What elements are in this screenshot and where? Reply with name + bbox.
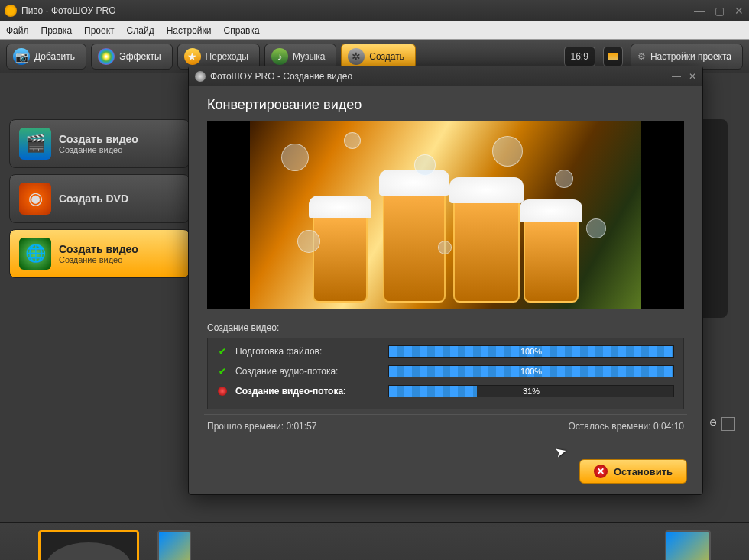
progress-files-bar: 100% bbox=[388, 345, 674, 358]
menu-help[interactable]: Справка bbox=[223, 25, 259, 36]
gear-icon: ⚙ bbox=[637, 51, 646, 62]
music-icon: ♪ bbox=[271, 48, 288, 65]
toolbar-effects-label: Эффекты bbox=[119, 51, 161, 62]
menu-edit[interactable]: Правка bbox=[41, 25, 73, 36]
menu-settings[interactable]: Настройки bbox=[167, 25, 212, 36]
toolbar-add-label: Добавить bbox=[34, 51, 75, 62]
fullscreen-icon[interactable] bbox=[721, 417, 735, 431]
aspect-ratio-selector[interactable]: 16:9 bbox=[564, 47, 595, 66]
stop-x-icon: ✕ bbox=[594, 465, 608, 478]
create-options-column: 🎬 Создать видео Создание видео ◉ Создать… bbox=[0, 73, 199, 522]
elapsed-time: Прошло времени: 0:01:57 bbox=[207, 421, 316, 432]
toolbar-transitions-label: Переходы bbox=[206, 51, 248, 62]
transition-2-preview bbox=[665, 530, 711, 560]
menu-slide[interactable]: Слайд bbox=[127, 25, 154, 36]
progress-files-pct: 100% bbox=[389, 347, 673, 356]
film-reel-icon: ✲ bbox=[348, 48, 365, 65]
remaining-time: Осталось времени: 0:04:10 bbox=[569, 421, 684, 432]
menu-file[interactable]: Файл bbox=[6, 25, 29, 36]
slide-1-preview: Ура!!! Сегодня пятница! bbox=[47, 542, 131, 560]
export-preview bbox=[207, 121, 684, 309]
progress-section-label: Создание видео: bbox=[207, 322, 684, 333]
app-icon bbox=[5, 5, 17, 17]
stop-button-label: Остановить bbox=[614, 466, 673, 477]
export-dialog: ФотоШОУ PRO - Создание видео — ✕ Конверт… bbox=[188, 66, 703, 495]
transition-tile-1[interactable]: 2 bbox=[157, 530, 191, 560]
menu-bar: Файл Правка Проект Слайд Настройки Справ… bbox=[0, 21, 749, 40]
create-video-card[interactable]: 🎬 Создать видео Создание видео bbox=[9, 119, 190, 168]
window-title: Пиво - ФотоШОУ PRO bbox=[21, 5, 116, 16]
globe-icon: 🌐 bbox=[19, 238, 51, 270]
slide-thumb-1[interactable]: Ура!!! Сегодня пятница! 1 ✎ ◀ 9.0 bbox=[38, 530, 139, 560]
main-titlebar: Пиво - ФотоШОУ PRO — ▢ ✕ bbox=[0, 0, 749, 21]
progress-row-video: Создание видео-потока: 31% bbox=[214, 383, 677, 400]
camera-icon: 📷 bbox=[13, 48, 30, 65]
stop-button[interactable]: ✕ Остановить bbox=[579, 459, 687, 484]
dvd-icon: ◉ bbox=[19, 183, 51, 215]
progress-files-label: Подготовка файлов: bbox=[235, 346, 381, 357]
transition-tile-2[interactable]: 2.0 bbox=[665, 530, 711, 560]
progress-video-bar: 31% bbox=[388, 385, 674, 397]
maximize-icon[interactable]: ▢ bbox=[714, 5, 725, 17]
slide-style-icon bbox=[608, 53, 618, 60]
timeline-strip: ‹ › Ура!!! Сегодня пятница! 1 ✎ ◀ 9.0 2 … bbox=[0, 522, 749, 560]
star-icon: ★ bbox=[184, 48, 201, 65]
checkmark-icon: ✔ bbox=[217, 366, 228, 377]
progress-video-pct: 31% bbox=[389, 387, 673, 396]
slide-style-button[interactable] bbox=[603, 47, 623, 66]
create-video-title: Создать видео bbox=[59, 133, 138, 145]
toolbar-music-label: Музыка bbox=[293, 51, 325, 62]
zoom-out-icon[interactable]: ⊖ bbox=[709, 417, 717, 431]
dialog-titlebar: ФотоШОУ PRO - Создание видео — ✕ bbox=[189, 66, 702, 86]
create-web-sub: Создание видео bbox=[59, 255, 138, 264]
dialog-minimize-icon[interactable]: — bbox=[672, 71, 681, 82]
dialog-app-icon bbox=[195, 71, 206, 82]
progress-audio-label: Создание аудио-потока: bbox=[235, 366, 381, 377]
toolbar-add-button[interactable]: 📷 Добавить bbox=[6, 44, 86, 70]
progress-row-audio: ✔ Создание аудио-потока: 100% bbox=[214, 363, 677, 380]
dialog-close-icon[interactable]: ✕ bbox=[689, 71, 696, 82]
dialog-heading: Конвертирование видео bbox=[207, 97, 684, 113]
create-web-title: Создать видео bbox=[59, 243, 138, 255]
close-icon[interactable]: ✕ bbox=[734, 5, 744, 17]
checkmark-icon: ✔ bbox=[217, 346, 228, 357]
record-icon bbox=[217, 386, 228, 397]
toolbar-create-label: Создать bbox=[369, 51, 404, 62]
palette-icon bbox=[98, 48, 115, 65]
transition-1-preview bbox=[157, 530, 191, 560]
toolbar-effects-button[interactable]: Эффекты bbox=[91, 44, 173, 70]
minimize-icon[interactable]: — bbox=[694, 5, 705, 17]
progress-row-files: ✔ Подготовка файлов: 100% bbox=[214, 343, 677, 360]
video-file-icon: 🎬 bbox=[19, 128, 51, 160]
progress-video-label: Создание видео-потока: bbox=[235, 386, 381, 397]
create-web-card[interactable]: 🌐 Создать видео Создание видео bbox=[9, 229, 190, 278]
create-video-sub: Создание видео bbox=[59, 145, 138, 154]
create-dvd-title: Создать DVD bbox=[59, 193, 128, 205]
progress-audio-pct: 100% bbox=[389, 367, 673, 376]
menu-project[interactable]: Проект bbox=[84, 25, 115, 36]
create-dvd-card[interactable]: ◉ Создать DVD bbox=[9, 174, 190, 223]
project-settings-label: Настройки проекта bbox=[650, 51, 731, 62]
dialog-title-text: ФотоШОУ PRO - Создание видео bbox=[210, 71, 352, 82]
progress-audio-bar: 100% bbox=[388, 365, 674, 377]
